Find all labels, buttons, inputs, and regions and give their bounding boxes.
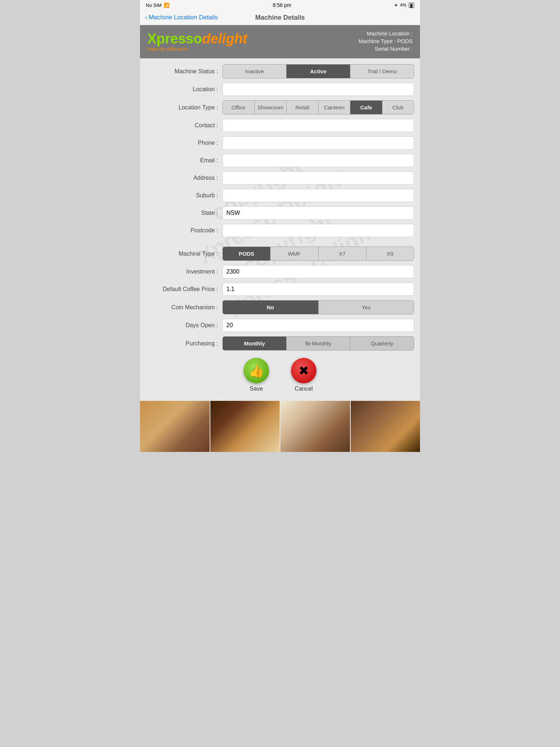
coffee-price-input[interactable] bbox=[222, 283, 414, 296]
machine-type-segmented[interactable]: PODS WMF X7 X9 bbox=[222, 247, 414, 261]
back-button[interactable]: ‹ Machine Location Details bbox=[145, 14, 218, 21]
status-trial-btn[interactable]: Trial / Demo bbox=[350, 65, 414, 78]
days-open-label: Days Open : bbox=[146, 322, 222, 329]
status-bar-time: 8:58 pm bbox=[273, 2, 291, 8]
days-open-row: Days Open : bbox=[140, 319, 420, 332]
cancel-button[interactable]: ✖ bbox=[291, 358, 316, 383]
bluetooth-icon: ∗ bbox=[394, 3, 398, 8]
phone-input[interactable] bbox=[222, 136, 414, 150]
logo-area: Xpressodelight taste the difference bbox=[147, 32, 248, 52]
coin-no-btn[interactable]: No bbox=[223, 301, 318, 314]
loctype-club-btn[interactable]: Club bbox=[382, 101, 414, 114]
address-label: Address : bbox=[146, 175, 222, 181]
suburb-input[interactable] bbox=[222, 189, 414, 202]
suburb-row: Suburb : bbox=[140, 189, 420, 202]
purchasing-row: Purchasing : Monthly Bi-Monthly Quarterl… bbox=[140, 336, 420, 351]
loctype-office-btn[interactable]: Office bbox=[223, 101, 254, 114]
state-label: State : bbox=[146, 210, 222, 216]
investment-row: Investment : bbox=[140, 265, 420, 278]
email-row: Email : bbox=[140, 154, 420, 167]
photo-strip bbox=[140, 401, 420, 452]
coin-yes-btn[interactable]: Yes bbox=[318, 301, 414, 314]
cancel-button-wrap[interactable]: ✖ Cancel bbox=[291, 358, 316, 392]
machine-status-label: Machine Status : bbox=[146, 68, 222, 75]
postcode-input[interactable] bbox=[222, 224, 414, 237]
purch-monthly-btn[interactable]: Monthly bbox=[223, 337, 286, 350]
status-active-btn[interactable]: Active bbox=[286, 65, 350, 78]
postcode-row: Postcode : bbox=[140, 224, 420, 237]
logo-delight: delight bbox=[202, 31, 248, 46]
location-type-segmented[interactable]: Office Showroom Retail Canteen Cafe Club bbox=[222, 100, 414, 115]
coffee-price-label: Default Coffee Price : bbox=[146, 286, 222, 293]
status-bar-right: ∗ 4% ▓ bbox=[394, 3, 414, 8]
logo-text: Xpressodelight bbox=[147, 32, 248, 46]
purchasing-segmented[interactable]: Monthly Bi-Monthly Quarterly bbox=[222, 336, 414, 351]
photo-beans bbox=[350, 401, 420, 452]
purchasing-label: Purchasing : bbox=[146, 340, 222, 347]
loctype-cafe-btn[interactable]: Cafe bbox=[350, 101, 382, 114]
loctype-canteen-btn[interactable]: Canteen bbox=[318, 101, 350, 114]
battery-text: 4% bbox=[400, 3, 406, 8]
coin-mechanism-row: Coin Mechanism : No Yes bbox=[140, 300, 420, 314]
loctype-showroom-btn[interactable]: Showroom bbox=[254, 101, 287, 114]
location-type-row: Location Type : Office Showroom Retail C… bbox=[140, 100, 420, 115]
address-row: Address : bbox=[140, 171, 420, 185]
status-inactive-btn[interactable]: Inactive bbox=[223, 65, 286, 78]
phone-label: Phone : bbox=[146, 140, 222, 146]
photo-cappuccino bbox=[280, 401, 350, 452]
location-label: Location : bbox=[146, 86, 222, 93]
suburb-label: Suburb : bbox=[146, 192, 222, 199]
email-label: Email : bbox=[146, 157, 222, 164]
mtype-x9-btn[interactable]: X9 bbox=[366, 247, 414, 260]
wifi-icon: 📶 bbox=[164, 3, 170, 8]
photo-chocolate bbox=[210, 401, 280, 452]
postcode-label: Postcode : bbox=[146, 227, 222, 234]
purch-quarterly-btn[interactable]: Quarterly bbox=[350, 337, 414, 350]
x-icon: ✖ bbox=[299, 363, 309, 378]
state-input[interactable] bbox=[222, 206, 414, 220]
cancel-label: Cancel bbox=[295, 386, 313, 392]
nav-bar: ‹ Machine Location Details Machine Detai… bbox=[140, 10, 420, 25]
photo-latte bbox=[140, 401, 210, 452]
save-button-wrap[interactable]: 👍 Save bbox=[244, 358, 269, 392]
save-button[interactable]: 👍 bbox=[244, 358, 269, 383]
machine-type-label: Machine Type : PODS bbox=[359, 38, 413, 44]
back-label: Machine Location Details bbox=[149, 14, 218, 21]
contact-row: Contact : bbox=[140, 119, 420, 132]
machine-status-segmented[interactable]: Inactive Active Trial / Demo bbox=[222, 64, 414, 78]
state-row: State : bbox=[140, 206, 420, 220]
coin-mechanism-segmented[interactable]: No Yes bbox=[222, 300, 414, 314]
mtype-wmf-btn[interactable]: WMF bbox=[270, 247, 318, 260]
address-input[interactable] bbox=[222, 171, 414, 185]
thumbs-up-icon: 👍 bbox=[249, 363, 264, 378]
loctype-retail-btn[interactable]: Retail bbox=[286, 101, 318, 114]
mtype-x7-btn[interactable]: X7 bbox=[318, 247, 366, 260]
coin-mechanism-label: Coin Mechanism : bbox=[146, 304, 222, 311]
contact-label: Contact : bbox=[146, 122, 222, 129]
back-chevron-icon: ‹ bbox=[145, 14, 147, 21]
investment-label: Investment : bbox=[146, 268, 222, 275]
mtype-pods-btn[interactable]: PODS bbox=[223, 247, 270, 260]
days-open-input[interactable] bbox=[222, 319, 414, 332]
form-container: copyrightXpresso DelightcopyrightXpresso… bbox=[140, 58, 420, 401]
machine-status-row: Machine Status : Inactive Active Trial /… bbox=[140, 64, 420, 78]
page-title: Machine Details bbox=[255, 14, 305, 22]
purch-bimonthly-btn[interactable]: Bi-Monthly bbox=[286, 337, 350, 350]
status-bar-left: No SIM 📶 bbox=[146, 3, 170, 8]
machine-type-label-field: Machine Type : bbox=[146, 251, 222, 257]
serial-number-label: Serial Number : bbox=[359, 46, 413, 52]
carrier-text: No SIM bbox=[146, 3, 162, 8]
machine-location-label: Machine Location : bbox=[359, 30, 413, 36]
status-bar: No SIM 📶 8:58 pm ∗ 4% ▓ bbox=[140, 0, 420, 10]
email-input[interactable] bbox=[222, 154, 414, 167]
phone-row: Phone : bbox=[140, 136, 420, 150]
machine-type-row: Machine Type : PODS WMF X7 X9 bbox=[140, 247, 420, 261]
contact-input[interactable] bbox=[222, 119, 414, 132]
logo-xpresso: Xpresso bbox=[147, 31, 202, 46]
save-label: Save bbox=[250, 386, 263, 392]
logo-tagline: taste the difference bbox=[147, 46, 248, 52]
location-type-label: Location Type : bbox=[146, 104, 222, 111]
location-row: Location : bbox=[140, 83, 420, 96]
investment-input[interactable] bbox=[222, 265, 414, 278]
location-input[interactable] bbox=[222, 83, 414, 96]
